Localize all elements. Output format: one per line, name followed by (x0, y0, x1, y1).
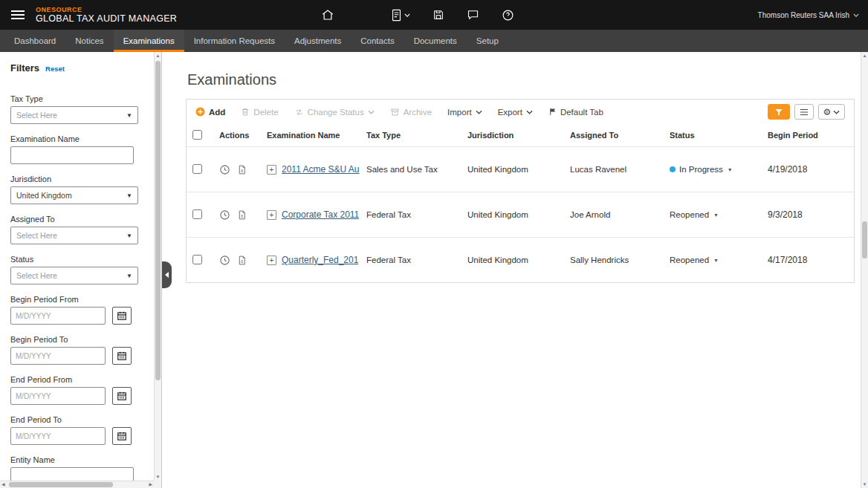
user-account-menu[interactable]: Thomson Reuters SAA Irish (758, 0, 859, 30)
filters-reset-link[interactable]: Reset (45, 65, 65, 73)
col-header-examination-name: Examination Name (267, 131, 366, 140)
export-button[interactable]: Export (498, 108, 533, 117)
status-dropdown[interactable]: Reopened ▼ (670, 256, 768, 264)
page-title: Examinations (187, 71, 858, 88)
chevron-down-icon: ▼ (126, 232, 132, 239)
table-header-row: Actions Examination Name Tax Type Jurisd… (187, 124, 854, 146)
change-status-button[interactable]: Change Status (294, 108, 375, 117)
calendar-icon (117, 351, 127, 361)
status-dot-icon (670, 166, 676, 172)
end-period-from-calendar-button[interactable] (112, 387, 132, 405)
scroll-down-arrow[interactable]: ▼ (861, 482, 868, 487)
main-content: Examinations Add Delete Change Status (162, 52, 868, 488)
scroll-right-arrow[interactable]: ▶ (149, 481, 152, 488)
home-icon[interactable] (321, 8, 334, 22)
row-checkbox[interactable] (192, 255, 202, 264)
begin-period-from-input[interactable] (10, 307, 106, 325)
sidebar-collapse-handle[interactable] (162, 261, 172, 288)
documents-menu-icon[interactable] (391, 9, 410, 22)
calendar-icon (117, 391, 127, 401)
begin-period-from-calendar-button[interactable] (112, 307, 132, 325)
select-all-checkbox[interactable] (192, 130, 202, 140)
top-bar: ONESOURCE GLOBAL TAX AUDIT MANAGER Thoms… (0, 0, 868, 30)
tab-information-requests[interactable]: Information Requests (184, 30, 285, 52)
scrollbar-corner (154, 481, 161, 488)
entity-name-input[interactable] (10, 467, 134, 481)
scroll-down-arrow[interactable]: ▼ (155, 475, 161, 479)
row-checkbox[interactable] (192, 164, 202, 174)
cell-begin-period: 9/3/2018 (768, 209, 854, 220)
col-header-actions: Actions (219, 131, 267, 140)
history-icon[interactable] (219, 209, 230, 221)
app-brand: ONESOURCE GLOBAL TAX AUDIT MANAGER (36, 6, 177, 25)
expand-row-button[interactable]: + (267, 210, 276, 220)
settings-button[interactable]: ⚙ (818, 104, 845, 120)
tab-adjustments[interactable]: Adjustments (285, 30, 351, 52)
cell-assigned-to: Sally Hendricks (570, 256, 670, 264)
status-dropdown[interactable]: Reopened ▼ (670, 210, 768, 219)
tab-documents[interactable]: Documents (404, 30, 467, 52)
main-vertical-scrollbar[interactable]: ▲ ▼ (861, 52, 868, 488)
save-icon[interactable] (433, 9, 444, 21)
examination-link[interactable]: Quarterly_Fed_201 (282, 255, 358, 265)
tab-contacts[interactable]: Contacts (351, 30, 404, 52)
tax-type-select[interactable]: Select Here ▼ (10, 106, 138, 124)
document-icon[interactable] (237, 255, 247, 266)
expand-row-button[interactable]: + (267, 256, 276, 265)
archive-button[interactable]: Archive (390, 108, 432, 117)
scrollbar-thumb[interactable] (155, 61, 161, 380)
scroll-up-arrow[interactable]: ▲ (155, 53, 161, 58)
status-dropdown[interactable]: In Progress ▼ (670, 165, 768, 174)
history-icon[interactable] (219, 164, 230, 175)
scroll-up-arrow[interactable]: ▲ (861, 53, 868, 58)
history-icon[interactable] (219, 255, 230, 266)
scrollbar-thumb[interactable] (9, 482, 113, 487)
begin-period-to-calendar-button[interactable] (112, 347, 132, 365)
assigned-to-label: Assigned To (10, 215, 143, 224)
end-period-from-input[interactable] (10, 387, 106, 405)
cell-tax-type: Federal Tax (366, 256, 467, 264)
tab-dashboard[interactable]: Dashboard (4, 30, 65, 52)
sidebar-vertical-scrollbar[interactable]: ▲ ▼ (154, 52, 161, 481)
examination-name-input[interactable] (10, 146, 134, 164)
examination-link[interactable]: 2011 Acme S&U Au (282, 164, 360, 175)
add-button[interactable]: Add (195, 107, 225, 117)
expand-row-button[interactable]: + (267, 165, 276, 175)
row-checkbox[interactable] (192, 209, 202, 219)
list-view-button[interactable] (794, 104, 814, 120)
chevron-down-icon (853, 13, 859, 17)
chevron-down-icon (526, 110, 533, 114)
assigned-to-select[interactable]: Select Here ▼ (10, 227, 138, 244)
col-header-begin-period: Begin Period (768, 131, 854, 140)
tab-notices[interactable]: Notices (65, 30, 113, 52)
cell-jurisdiction: United Kingdom (467, 165, 570, 174)
filter-button[interactable] (768, 104, 790, 120)
tab-examinations[interactable]: Examinations (114, 30, 184, 52)
col-header-tax-type: Tax Type (366, 131, 467, 140)
jurisdiction-select[interactable]: United Kingdom ▼ (10, 186, 138, 204)
begin-period-to-label: Begin Period To (10, 335, 143, 344)
chevron-down-icon: ▼ (728, 167, 733, 172)
cell-assigned-to: Joe Arnold (570, 210, 670, 219)
import-button[interactable]: Import (447, 108, 482, 117)
hamburger-menu-icon[interactable] (0, 0, 36, 30)
cell-assigned-to: Lucas Ravenel (570, 165, 670, 174)
end-period-to-calendar-button[interactable] (112, 427, 132, 445)
tab-setup[interactable]: Setup (467, 30, 508, 52)
document-icon[interactable] (237, 209, 247, 221)
delete-button[interactable]: Delete (241, 107, 278, 117)
scrollbar-thumb[interactable] (862, 221, 867, 258)
document-icon[interactable] (237, 164, 247, 175)
examination-link[interactable]: Corporate Tax 2011 (282, 209, 359, 220)
end-period-to-input[interactable] (10, 427, 106, 445)
default-tab-button[interactable]: Default Tab (548, 107, 603, 117)
trash-icon (241, 107, 250, 117)
status-label: Status (10, 255, 143, 264)
begin-period-to-input[interactable] (10, 347, 106, 365)
scroll-left-arrow[interactable]: ◀ (1, 481, 5, 488)
table-toolbar: Add Delete Change Status Archive Import (187, 100, 854, 124)
status-select[interactable]: Select Here ▼ (10, 267, 138, 284)
sidebar-horizontal-scrollbar[interactable]: ◀ ▶ (0, 481, 154, 488)
chat-icon[interactable] (467, 9, 479, 21)
help-icon[interactable] (502, 9, 514, 22)
